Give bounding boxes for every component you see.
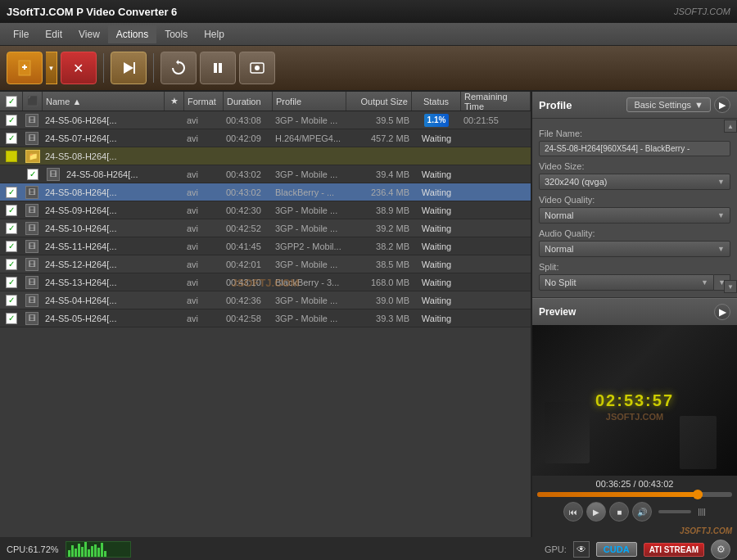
table-row[interactable]: 🎞 24-S5-05-H264[... avi 00:42:58 3GP - M… — [0, 309, 531, 327]
pause-button[interactable] — [200, 52, 236, 84]
snapshot-button[interactable] — [239, 52, 275, 84]
ati-stream-badge[interactable]: ATI STREAM — [644, 543, 704, 557]
table-row[interactable]: 🎞 24-S5-06-H264[... avi 00:43:08 3GP - M… — [0, 111, 531, 129]
scroll-down[interactable]: ▼ — [724, 280, 737, 293]
row-checkbox[interactable] — [6, 277, 17, 288]
row-star[interactable] — [165, 183, 184, 201]
film-icon: 🎞 — [25, 132, 38, 145]
menu-file[interactable]: File — [5, 25, 37, 43]
cuda-badge[interactable]: CUDA — [596, 542, 637, 557]
menu-tools[interactable]: Tools — [156, 25, 196, 43]
gpu-eye-icon[interactable]: 👁 — [573, 541, 590, 558]
menu-edit[interactable]: Edit — [37, 25, 70, 43]
profile-fields: File Name: 24-S5-08-H264[960X544] - Blac… — [532, 119, 737, 298]
col-status[interactable]: Status — [412, 92, 461, 111]
row-check[interactable] — [0, 273, 23, 291]
row-check[interactable] — [0, 129, 23, 147]
preview-play-button[interactable]: ▶ — [586, 502, 606, 522]
row-output-size — [346, 147, 412, 165]
split-select[interactable]: No Split ▼ — [539, 274, 714, 291]
row-check[interactable] — [0, 237, 23, 255]
gpu-settings-button[interactable]: ⚙ — [711, 540, 730, 559]
video-size-select[interactable]: 320x240 (qvga) ▼ — [539, 174, 730, 190]
row-checkbox[interactable] — [6, 259, 17, 270]
row-star[interactable] — [165, 165, 184, 183]
table-row[interactable]: 🎞 24-S5-12-H264[... avi 00:42:01 3GP - M… — [0, 255, 531, 273]
convert-button[interactable] — [111, 52, 147, 84]
table-row[interactable]: 🎞 24-S5-11-H264[... avi 00:41:45 3GPP2 -… — [0, 237, 531, 255]
row-check[interactable] — [0, 183, 23, 201]
basic-settings-button[interactable]: Basic Settings ▼ — [626, 97, 711, 112]
expand-button[interactable]: ▶ — [714, 97, 730, 113]
row-check[interactable] — [0, 201, 23, 219]
preview-rewind-button[interactable]: ⏮ — [563, 502, 583, 522]
menu-help[interactable]: Help — [196, 25, 233, 43]
col-format[interactable]: Format — [184, 92, 224, 111]
col-remaining[interactable]: Remaining Time — [461, 92, 531, 111]
preview-expand-button[interactable]: ▶ — [714, 304, 730, 320]
video-quality-select[interactable]: Normal ▼ — [539, 207, 730, 224]
rotate-button[interactable] — [161, 52, 197, 84]
row-checkbox[interactable] — [27, 169, 38, 180]
row-checkbox[interactable] — [6, 115, 17, 126]
row-star[interactable] — [165, 201, 184, 219]
audio-quality-select[interactable]: Normal ▼ — [539, 241, 730, 257]
video-quality-value: Normal — [545, 210, 573, 220]
row-checkbox[interactable] — [6, 133, 17, 144]
row-remaining — [461, 201, 531, 219]
col-profile[interactable]: Profile — [273, 92, 346, 111]
row-star[interactable] — [165, 147, 184, 165]
row-check[interactable] — [21, 165, 44, 183]
row-checkbox[interactable] — [6, 187, 17, 198]
menu-view[interactable]: View — [70, 25, 108, 43]
toolbar: ▼ ✕ — [0, 46, 737, 92]
select-all-checkbox[interactable] — [6, 96, 17, 107]
row-name: 24-S5-08-H264[... — [64, 165, 165, 183]
table-row-group[interactable]: 📁 24-S5-08-H264[... — [0, 147, 531, 165]
row-check[interactable] — [0, 255, 23, 273]
row-check[interactable] — [0, 219, 23, 237]
row-star[interactable] — [165, 129, 184, 147]
table-row[interactable]: 🎞 24-S5-08-H264[... avi 00:43:02 BlackBe… — [0, 183, 531, 201]
row-checkbox[interactable] — [6, 241, 17, 252]
row-output-size: 236.4 MB — [346, 183, 412, 201]
col-name[interactable]: Name ▲ — [43, 92, 165, 111]
table-row[interactable]: 🎞 24-S5-09-H264[... avi 00:42:30 3GP - M… — [0, 201, 531, 219]
row-star[interactable] — [165, 255, 184, 273]
preview-progress-bar[interactable] — [537, 492, 732, 497]
table-row[interactable]: 🎞 24-S5-10-H264[... avi 00:42:52 3GP - M… — [0, 219, 531, 237]
delete-button[interactable]: ✕ — [61, 52, 97, 84]
row-checkbox[interactable] — [6, 151, 17, 162]
row-check[interactable] — [0, 309, 23, 327]
row-star[interactable] — [165, 273, 184, 291]
row-star[interactable] — [165, 237, 184, 255]
preview-volume-button[interactable]: 🔊 — [632, 502, 652, 522]
table-row[interactable]: 🎞 24-S5-04-H264[... avi 00:42:36 3GP - M… — [0, 291, 531, 309]
preview-stop-button[interactable]: ■ — [609, 502, 629, 522]
add-dropdown[interactable]: ▼ — [46, 52, 57, 84]
row-num: 🎞 — [23, 291, 43, 309]
row-check[interactable] — [0, 147, 23, 165]
table-row[interactable]: 🎞 24-S5-13-H264[... avi 00:43:10 BlackBe… — [0, 273, 531, 291]
table-row[interactable]: 🎞 24-S5-08-H264[... avi 00:43:02 3GP - M… — [0, 165, 531, 183]
add-button[interactable] — [7, 52, 43, 84]
row-checkbox[interactable] — [6, 295, 17, 306]
scroll-up[interactable]: ▲ — [724, 120, 737, 133]
row-output-size: 38.2 MB — [346, 237, 412, 255]
row-check[interactable] — [0, 111, 23, 129]
row-check[interactable] — [0, 291, 23, 309]
table-row[interactable]: 🎞 24-S5-07-H264[... avi 00:42:09 H.264/M… — [0, 129, 531, 147]
row-star[interactable] — [165, 309, 184, 327]
row-star[interactable] — [165, 291, 184, 309]
preview-progress-thumb[interactable] — [693, 490, 703, 499]
row-checkbox[interactable] — [6, 205, 17, 216]
row-star[interactable] — [165, 219, 184, 237]
col-duration[interactable]: Duration — [224, 92, 273, 111]
col-output-size[interactable]: Output Size — [346, 92, 412, 111]
volume-slider[interactable] — [658, 510, 691, 513]
preview-video: 02:53:57 JSOFTJ.COM — [532, 325, 737, 476]
row-star[interactable] — [165, 111, 184, 129]
menu-actions[interactable]: Actions — [108, 25, 156, 43]
row-checkbox[interactable] — [6, 223, 17, 234]
row-checkbox[interactable] — [6, 313, 17, 324]
